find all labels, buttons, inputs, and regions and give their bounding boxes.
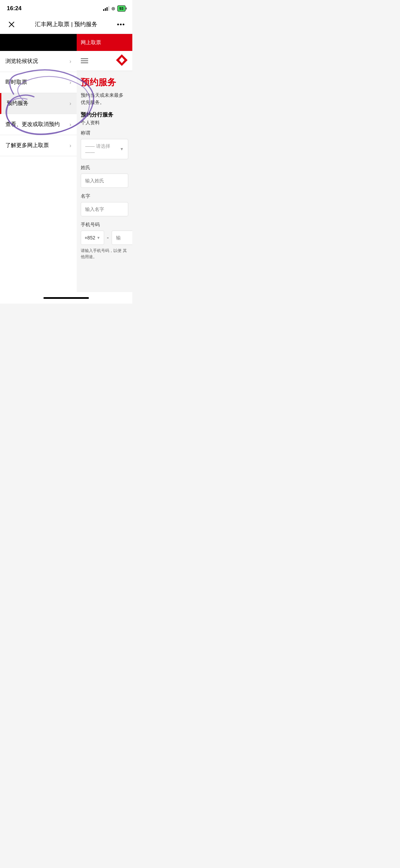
appointment-title: 预约服务: [81, 76, 128, 88]
section-title: 预约分行服务: [81, 111, 128, 119]
wifi-icon: ⊛: [111, 6, 115, 11]
sidebar-item-immediate-label: 即时取票: [5, 79, 27, 86]
sidebar-item-learn-label: 了解更多网上取票: [5, 142, 49, 149]
close-button[interactable]: [5, 18, 18, 31]
sidebar: 浏览轮候状况 › 即时取票 › 预约服务 › 查看、更改或取消预约 › 了解更多…: [0, 34, 77, 292]
sidebar-item-immediate[interactable]: 即时取票 ›: [0, 72, 77, 93]
main-content: 浏览轮候状况 › 即时取票 › 预约服务 › 查看、更改或取消预约 › 了解更多…: [0, 34, 132, 292]
status-icons: ⊛ 93: [103, 5, 126, 12]
home-indicator: [0, 292, 132, 304]
surname-label: 姓氏: [81, 165, 128, 171]
phone-label: 手机号码: [81, 222, 128, 228]
salutation-select[interactable]: —— 请选择 —— ▼: [81, 139, 128, 159]
status-time: 16:24: [7, 5, 21, 12]
close-icon: [8, 21, 15, 28]
more-icon: [117, 23, 125, 25]
salutation-label: 称谓: [81, 130, 128, 136]
chevron-down-icon: ▼: [97, 236, 100, 240]
phone-input[interactable]: [112, 231, 132, 245]
chevron-down-icon: ▼: [120, 147, 124, 151]
svg-point-4: [123, 23, 125, 25]
sidebar-item-manage-label: 查看、更改或取消预约: [5, 121, 60, 128]
chevron-right-icon: ›: [70, 58, 71, 65]
sidebar-item-browse-label: 浏览轮候状况: [5, 58, 38, 65]
nav-bar: 汇丰网上取票 | 预约服务: [0, 15, 132, 34]
hamburger-button[interactable]: [81, 58, 88, 63]
svg-point-3: [120, 23, 122, 25]
phone-row: +852 ▼ -: [81, 231, 128, 245]
chevron-right-icon: ›: [70, 143, 71, 149]
right-panel-nav: [77, 51, 132, 71]
phone-separator: -: [107, 234, 109, 241]
given-name-label: 名字: [81, 193, 128, 199]
appointment-description: 预约当天或未来最多优先服务。: [81, 92, 128, 106]
country-code-value: +852: [84, 235, 95, 240]
right-panel-header: 网上取票: [77, 34, 132, 51]
surname-input[interactable]: [81, 174, 128, 188]
right-panel: 网上取票 预约服务 预约当天或未来最多优先服务。 预约分行服务 个人资料: [77, 34, 132, 292]
sidebar-item-appointment-label: 预约服务: [7, 100, 28, 107]
chevron-right-icon: ›: [70, 122, 71, 128]
hsbc-logo: [115, 54, 128, 68]
svg-point-2: [117, 23, 119, 25]
home-bar: [43, 297, 89, 299]
phone-hint: 请输入手机号码，以便 其他用途。: [81, 248, 128, 260]
sidebar-header: [0, 34, 77, 51]
battery-badge: 93: [117, 5, 126, 12]
more-button[interactable]: [115, 18, 127, 31]
sidebar-item-manage[interactable]: 查看、更改或取消预约 ›: [0, 114, 77, 135]
subsection-title: 个人资料: [81, 120, 128, 126]
sidebar-item-browse[interactable]: 浏览轮候状况 ›: [0, 51, 77, 72]
chevron-right-icon: ›: [70, 101, 71, 107]
signal-icon: [103, 6, 109, 11]
status-bar: 16:24 ⊛ 93: [0, 0, 132, 15]
country-code-select[interactable]: +852 ▼: [81, 231, 104, 245]
salutation-placeholder: —— 请选择 ——: [85, 143, 120, 155]
right-content: 预约服务 预约当天或未来最多优先服务。 预约分行服务 个人资料 称谓 —— 请选…: [77, 71, 132, 269]
right-panel-header-title: 网上取票: [81, 39, 101, 46]
page-title: 汇丰网上取票 | 预约服务: [35, 20, 97, 28]
sidebar-item-learn[interactable]: 了解更多网上取票 ›: [0, 135, 77, 156]
given-name-input[interactable]: [81, 202, 128, 216]
sidebar-item-appointment[interactable]: 预约服务 ›: [0, 93, 77, 114]
chevron-right-icon: ›: [70, 79, 71, 86]
